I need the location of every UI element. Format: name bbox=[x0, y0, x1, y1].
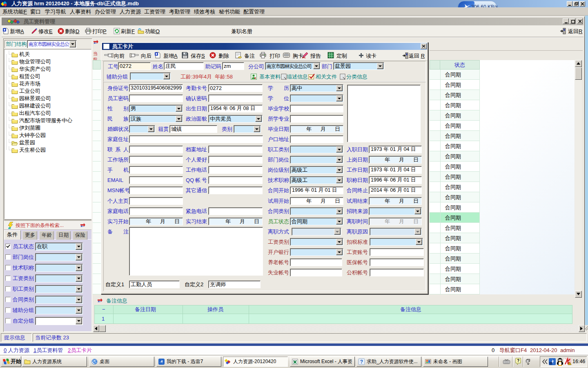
svg-text:?: ? bbox=[360, 359, 363, 365]
svg-text:?: ? bbox=[517, 359, 519, 363]
svg-text:!: ! bbox=[569, 363, 570, 365]
